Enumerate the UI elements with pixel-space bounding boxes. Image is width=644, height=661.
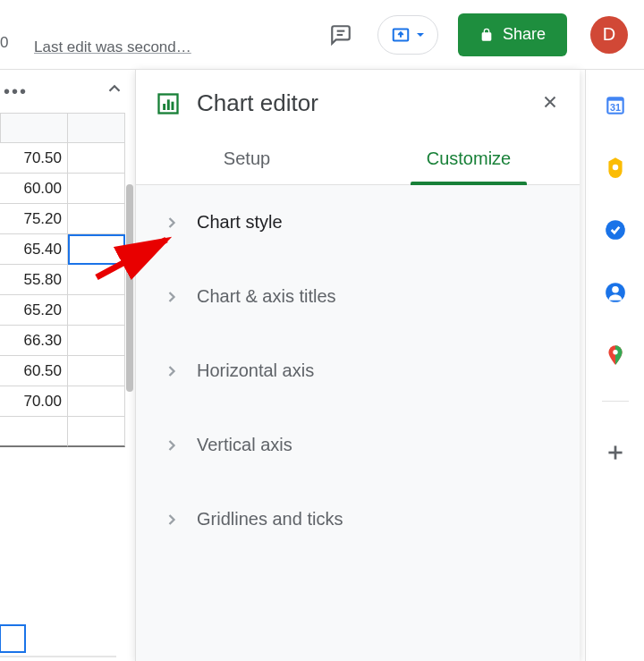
last-edit-link[interactable]: Last edit was second…	[34, 38, 191, 56]
keep-icon[interactable]	[604, 156, 627, 179]
close-icon	[540, 92, 560, 112]
column-header-green[interactable]	[68, 113, 125, 143]
cell[interactable]: 60.50	[0, 356, 68, 386]
svg-rect-7	[167, 99, 170, 110]
cell[interactable]: 70.50	[0, 143, 68, 174]
chevron-right-icon	[163, 511, 181, 529]
comment-history-button[interactable]	[320, 14, 361, 55]
chevron-right-icon	[163, 214, 181, 232]
cell[interactable]	[68, 174, 125, 204]
cell[interactable]	[68, 143, 125, 174]
cell[interactable]: 60.00	[0, 174, 68, 204]
present-icon	[391, 25, 411, 45]
avatar-letter: D	[603, 24, 615, 45]
svg-point-15	[612, 286, 619, 293]
cell[interactable]: 70.00	[0, 386, 68, 417]
share-button[interactable]: Share	[458, 13, 567, 56]
toolbar-overflow[interactable]: •••	[4, 81, 28, 102]
svg-point-12	[612, 165, 618, 171]
svg-rect-3	[0, 625, 25, 652]
spreadsheet-area[interactable]: ••• 70.50 60.00 75.20 65.40 55.80 65.20 …	[0, 70, 136, 661]
tab-label: Customize	[427, 148, 511, 169]
svg-rect-8	[172, 101, 174, 109]
tab-label: Setup	[224, 148, 270, 169]
cell[interactable]	[68, 356, 125, 386]
section-label: Chart & axis titles	[197, 286, 336, 307]
section-label: Gridlines and ticks	[197, 509, 343, 530]
section-chart-axis-titles[interactable]: Chart & axis titles	[136, 259, 580, 334]
cell[interactable]	[68, 265, 125, 295]
divider	[602, 401, 629, 402]
collapse-toolbar-button[interactable]	[105, 79, 124, 103]
chevron-right-icon	[163, 362, 181, 380]
side-panel: 31	[585, 70, 644, 661]
cell[interactable]: 75.20	[0, 204, 68, 234]
section-chart-style[interactable]: Chart style	[136, 185, 580, 259]
chart-logo-icon	[156, 91, 181, 116]
chevron-right-icon	[163, 288, 181, 306]
svg-rect-6	[163, 104, 165, 110]
add-addon-icon[interactable]	[604, 441, 627, 464]
svg-point-16	[613, 350, 617, 354]
tab-customize[interactable]: Customize	[358, 133, 580, 184]
share-label: Share	[503, 25, 546, 44]
contacts-icon[interactable]	[604, 281, 627, 304]
comment-icon	[329, 23, 352, 47]
chevron-right-icon	[163, 436, 181, 454]
truncated-label: 0	[0, 34, 8, 52]
section-gridlines-ticks[interactable]: Gridlines and ticks	[136, 482, 580, 556]
svg-text:31: 31	[609, 102, 620, 113]
lock-icon	[479, 28, 494, 42]
selected-cell[interactable]	[68, 234, 125, 265]
chart-editor-panel: Chart editor Setup Customize Chart style…	[136, 70, 580, 661]
maps-icon[interactable]	[604, 343, 627, 367]
cell[interactable]	[68, 295, 125, 326]
chart-preview-fragment	[0, 589, 116, 661]
cell[interactable]: 55.80	[0, 265, 68, 295]
dropdown-caret-icon	[416, 30, 425, 39]
section-vertical-axis[interactable]: Vertical axis	[136, 408, 580, 482]
vertical-scrollbar[interactable]	[126, 184, 133, 392]
cell[interactable]: 65.20	[0, 295, 68, 326]
calendar-icon[interactable]: 31	[604, 93, 627, 116]
cell[interactable]	[68, 326, 125, 356]
close-panel-button[interactable]	[540, 92, 560, 115]
cell[interactable]	[68, 204, 125, 234]
section-label: Chart style	[197, 212, 283, 233]
tasks-icon[interactable]	[604, 218, 627, 242]
section-horizontal-axis[interactable]: Horizontal axis	[136, 334, 580, 408]
account-avatar[interactable]: D	[590, 16, 628, 54]
section-label: Vertical axis	[197, 435, 292, 455]
column-header[interactable]	[0, 113, 68, 143]
panel-title: Chart editor	[197, 89, 524, 117]
section-label: Horizontal axis	[197, 360, 314, 381]
present-dropdown-button[interactable]	[377, 15, 438, 55]
cell[interactable]	[68, 386, 125, 417]
cell[interactable]: 66.30	[0, 326, 68, 356]
cell[interactable]	[0, 417, 68, 447]
cell[interactable]: 65.40	[0, 234, 68, 265]
chevron-up-icon	[105, 79, 124, 98]
tab-setup[interactable]: Setup	[136, 133, 358, 184]
cell[interactable]	[68, 417, 125, 447]
